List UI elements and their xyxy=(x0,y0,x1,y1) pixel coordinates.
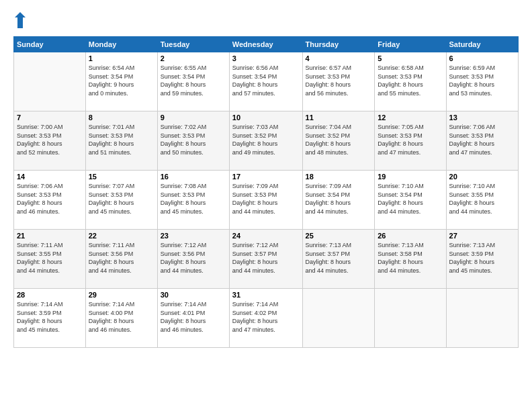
calendar-cell: 11Sunrise: 7:04 AM Sunset: 3:52 PM Dayli… xyxy=(302,111,375,171)
day-number: 15 xyxy=(89,173,154,181)
svg-marker-0 xyxy=(15,12,26,28)
calendar-cell: 8Sunrise: 7:01 AM Sunset: 3:53 PM Daylig… xyxy=(85,111,157,171)
calendar-week-row: 21Sunrise: 7:11 AM Sunset: 3:55 PM Dayli… xyxy=(14,230,519,289)
day-info: Sunrise: 7:13 AM Sunset: 3:59 PM Dayligh… xyxy=(449,241,515,275)
day-info: Sunrise: 7:06 AM Sunset: 3:53 PM Dayligh… xyxy=(449,123,515,156)
day-info: Sunrise: 7:11 AM Sunset: 3:56 PM Dayligh… xyxy=(89,241,154,275)
day-number: 12 xyxy=(378,113,443,122)
day-number: 29 xyxy=(89,291,154,299)
day-number: 25 xyxy=(306,232,372,240)
day-info: Sunrise: 7:03 AM Sunset: 3:52 PM Dayligh… xyxy=(232,123,300,156)
day-info: Sunrise: 7:10 AM Sunset: 3:55 PM Dayligh… xyxy=(449,182,515,216)
calendar-cell xyxy=(14,52,86,111)
calendar-cell: 15Sunrise: 7:07 AM Sunset: 3:53 PM Dayli… xyxy=(85,171,157,230)
day-number: 5 xyxy=(378,54,443,62)
calendar-cell: 22Sunrise: 7:11 AM Sunset: 3:56 PM Dayli… xyxy=(85,230,157,289)
day-number: 1 xyxy=(89,54,154,62)
calendar-cell: 29Sunrise: 7:14 AM Sunset: 4:00 PM Dayli… xyxy=(85,289,157,348)
day-info: Sunrise: 7:00 AM Sunset: 3:53 PM Dayligh… xyxy=(17,123,83,156)
calendar-cell: 20Sunrise: 7:10 AM Sunset: 3:55 PM Dayli… xyxy=(446,171,518,230)
day-number: 27 xyxy=(449,232,515,240)
calendar-cell: 30Sunrise: 7:14 AM Sunset: 4:01 PM Dayli… xyxy=(157,289,229,348)
calendar-cell xyxy=(375,289,446,348)
day-info: Sunrise: 7:06 AM Sunset: 3:53 PM Dayligh… xyxy=(17,182,83,216)
day-info: Sunrise: 6:57 AM Sunset: 3:53 PM Dayligh… xyxy=(306,64,372,97)
calendar-cell: 17Sunrise: 7:09 AM Sunset: 3:53 PM Dayli… xyxy=(229,171,302,230)
calendar-week-row: 1Sunrise: 6:54 AM Sunset: 3:54 PM Daylig… xyxy=(14,52,519,111)
calendar-cell xyxy=(302,289,375,348)
day-info: Sunrise: 7:14 AM Sunset: 4:00 PM Dayligh… xyxy=(89,300,154,334)
calendar-cell: 5Sunrise: 6:58 AM Sunset: 3:53 PM Daylig… xyxy=(375,52,446,111)
day-number: 13 xyxy=(449,113,515,122)
day-info: Sunrise: 7:07 AM Sunset: 3:53 PM Dayligh… xyxy=(89,182,154,216)
day-number: 31 xyxy=(232,291,300,299)
day-number: 19 xyxy=(378,173,443,181)
day-number: 21 xyxy=(17,232,83,240)
calendar-weekday-wednesday: Wednesday xyxy=(229,37,302,52)
day-info: Sunrise: 7:05 AM Sunset: 3:53 PM Dayligh… xyxy=(378,123,443,156)
day-info: Sunrise: 7:13 AM Sunset: 3:58 PM Dayligh… xyxy=(378,241,443,275)
calendar-cell: 3Sunrise: 6:56 AM Sunset: 3:54 PM Daylig… xyxy=(229,52,302,111)
calendar-cell: 1Sunrise: 6:54 AM Sunset: 3:54 PM Daylig… xyxy=(85,52,157,111)
day-info: Sunrise: 7:11 AM Sunset: 3:55 PM Dayligh… xyxy=(17,241,83,275)
calendar-cell: 16Sunrise: 7:08 AM Sunset: 3:53 PM Dayli… xyxy=(157,171,229,230)
day-info: Sunrise: 7:01 AM Sunset: 3:53 PM Dayligh… xyxy=(89,123,154,156)
day-info: Sunrise: 7:09 AM Sunset: 3:53 PM Dayligh… xyxy=(232,182,300,216)
day-info: Sunrise: 7:14 AM Sunset: 3:59 PM Dayligh… xyxy=(17,300,83,334)
day-number: 26 xyxy=(378,232,443,240)
day-number: 11 xyxy=(306,113,372,122)
header xyxy=(13,11,519,30)
day-number: 2 xyxy=(161,54,226,62)
day-info: Sunrise: 6:54 AM Sunset: 3:54 PM Dayligh… xyxy=(89,64,154,97)
day-info: Sunrise: 6:59 AM Sunset: 3:53 PM Dayligh… xyxy=(449,64,515,97)
calendar-cell: 21Sunrise: 7:11 AM Sunset: 3:55 PM Dayli… xyxy=(14,230,86,289)
calendar-header-row: SundayMondayTuesdayWednesdayThursdayFrid… xyxy=(14,37,519,52)
day-number: 10 xyxy=(232,113,300,122)
calendar-cell: 18Sunrise: 7:09 AM Sunset: 3:54 PM Dayli… xyxy=(302,171,375,230)
day-number: 4 xyxy=(306,54,372,62)
logo-icon xyxy=(13,11,27,30)
day-number: 17 xyxy=(232,173,300,181)
calendar-cell: 19Sunrise: 7:10 AM Sunset: 3:54 PM Dayli… xyxy=(375,171,446,230)
day-info: Sunrise: 7:12 AM Sunset: 3:57 PM Dayligh… xyxy=(232,241,300,275)
day-number: 9 xyxy=(161,113,226,122)
logo xyxy=(13,11,30,30)
calendar-cell: 10Sunrise: 7:03 AM Sunset: 3:52 PM Dayli… xyxy=(229,111,302,171)
calendar-cell: 4Sunrise: 6:57 AM Sunset: 3:53 PM Daylig… xyxy=(302,52,375,111)
day-info: Sunrise: 7:04 AM Sunset: 3:52 PM Dayligh… xyxy=(306,123,372,156)
day-info: Sunrise: 7:02 AM Sunset: 3:53 PM Dayligh… xyxy=(161,123,226,156)
day-info: Sunrise: 7:10 AM Sunset: 3:54 PM Dayligh… xyxy=(378,182,443,216)
day-info: Sunrise: 7:13 AM Sunset: 3:57 PM Dayligh… xyxy=(306,241,372,275)
calendar-cell: 14Sunrise: 7:06 AM Sunset: 3:53 PM Dayli… xyxy=(14,171,86,230)
calendar-cell: 28Sunrise: 7:14 AM Sunset: 3:59 PM Dayli… xyxy=(14,289,86,348)
calendar-cell: 23Sunrise: 7:12 AM Sunset: 3:56 PM Dayli… xyxy=(157,230,229,289)
day-number: 30 xyxy=(161,291,226,299)
day-number: 23 xyxy=(161,232,226,240)
day-number: 7 xyxy=(17,113,83,122)
day-number: 24 xyxy=(232,232,300,240)
day-number: 16 xyxy=(161,173,226,181)
calendar-cell: 26Sunrise: 7:13 AM Sunset: 3:58 PM Dayli… xyxy=(375,230,446,289)
calendar-cell: 6Sunrise: 6:59 AM Sunset: 3:53 PM Daylig… xyxy=(446,52,518,111)
day-number: 20 xyxy=(449,173,515,181)
day-number: 18 xyxy=(306,173,372,181)
calendar-week-row: 7Sunrise: 7:00 AM Sunset: 3:53 PM Daylig… xyxy=(14,111,519,171)
day-info: Sunrise: 7:09 AM Sunset: 3:54 PM Dayligh… xyxy=(306,182,372,216)
calendar-table: SundayMondayTuesdayWednesdayThursdayFrid… xyxy=(13,36,519,348)
day-info: Sunrise: 6:58 AM Sunset: 3:53 PM Dayligh… xyxy=(378,64,443,97)
page: SundayMondayTuesdayWednesdayThursdayFrid… xyxy=(0,0,532,411)
calendar-cell: 9Sunrise: 7:02 AM Sunset: 3:53 PM Daylig… xyxy=(157,111,229,171)
calendar-cell: 31Sunrise: 7:14 AM Sunset: 4:02 PM Dayli… xyxy=(229,289,302,348)
calendar-week-row: 28Sunrise: 7:14 AM Sunset: 3:59 PM Dayli… xyxy=(14,289,519,348)
calendar-cell: 24Sunrise: 7:12 AM Sunset: 3:57 PM Dayli… xyxy=(229,230,302,289)
calendar-weekday-monday: Monday xyxy=(85,37,157,52)
calendar-cell: 7Sunrise: 7:00 AM Sunset: 3:53 PM Daylig… xyxy=(14,111,86,171)
day-info: Sunrise: 7:14 AM Sunset: 4:01 PM Dayligh… xyxy=(161,300,226,334)
day-number: 22 xyxy=(89,232,154,240)
calendar-weekday-tuesday: Tuesday xyxy=(157,37,229,52)
calendar-weekday-saturday: Saturday xyxy=(446,37,518,52)
calendar-cell: 13Sunrise: 7:06 AM Sunset: 3:53 PM Dayli… xyxy=(446,111,518,171)
calendar-cell xyxy=(446,289,518,348)
calendar-week-row: 14Sunrise: 7:06 AM Sunset: 3:53 PM Dayli… xyxy=(14,171,519,230)
day-number: 3 xyxy=(232,54,300,62)
